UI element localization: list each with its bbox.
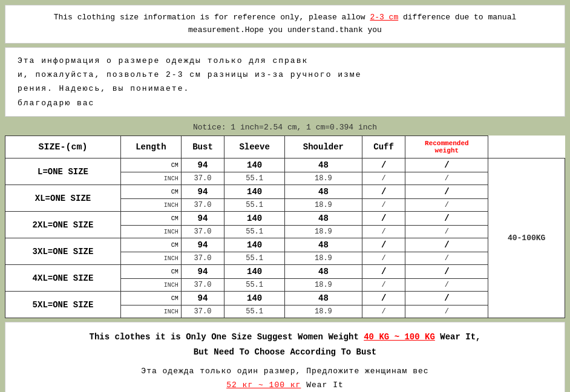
l-cm-cuff: / bbox=[405, 158, 488, 172]
2xl-inch-cuff: / bbox=[405, 226, 488, 238]
3xl-cm-sleeve: 48 bbox=[284, 238, 362, 252]
size-label-3xl: 3XL=ONE SIZE bbox=[5, 238, 121, 265]
3xl-cm-bust: 140 bbox=[224, 238, 285, 252]
size-label-xl: XL=ONE SIZE bbox=[5, 185, 121, 212]
2xl-cm-sleeve: 48 bbox=[284, 212, 362, 226]
5xl-inch-cuff: / bbox=[405, 305, 488, 318]
unit-cm: CM bbox=[121, 292, 182, 305]
xl-inch-length: 37.0 bbox=[181, 199, 224, 212]
2xl-inch-shoulder: / bbox=[362, 226, 405, 238]
3xl-inch-bust: 55.1 bbox=[224, 252, 285, 265]
4xl-cm-cuff: / bbox=[405, 265, 488, 279]
info-link: 2-3 cm bbox=[370, 13, 398, 22]
l-inch-shoulder: / bbox=[362, 172, 405, 185]
l-cm-shoulder: / bbox=[362, 158, 405, 172]
unit-inch: INCH bbox=[121, 199, 182, 212]
col-shoulder: Shoulder bbox=[284, 136, 362, 158]
footer-text-2: Wear It, bbox=[435, 332, 481, 342]
unit-cm: CM bbox=[121, 238, 182, 252]
5xl-cm-shoulder: / bbox=[362, 292, 405, 305]
l-inch-cuff: / bbox=[405, 172, 488, 185]
4xl-inch-sleeve: 18.9 bbox=[284, 279, 362, 292]
col-bust: Bust bbox=[181, 136, 224, 158]
l-cm-bust: 140 bbox=[224, 158, 285, 172]
bottom-box: This clothes it is Only One Size Suggest… bbox=[5, 322, 565, 392]
4xl-cm-sleeve: 48 bbox=[284, 265, 362, 279]
unit-inch: INCH bbox=[121, 252, 182, 265]
footer-russian-link: 52 кг ~ 100 кг bbox=[226, 381, 301, 390]
4xl-cm-length: 94 bbox=[181, 265, 224, 279]
2xl-inch-sleeve: 18.9 bbox=[284, 226, 362, 238]
3xl-inch-shoulder: / bbox=[362, 252, 405, 265]
table-row: 2XL=ONE SIZE CM 94 140 48 / / bbox=[5, 212, 565, 226]
footer-russian-line2: Wear It bbox=[301, 381, 343, 390]
2xl-cm-cuff: / bbox=[405, 212, 488, 226]
notice-text: Notice: 1 inch=2.54 cm, 1 cm=0.394 inch bbox=[193, 123, 377, 132]
table-row: 3XL=ONE SIZE CM 94 140 48 / / bbox=[5, 238, 565, 252]
2xl-cm-length: 94 bbox=[181, 212, 224, 226]
l-inch-length: 37.0 bbox=[181, 172, 224, 185]
5xl-cm-bust: 140 bbox=[224, 292, 285, 305]
5xl-inch-length: 37.0 bbox=[181, 305, 224, 318]
col-length: Length bbox=[121, 136, 182, 158]
5xl-inch-shoulder: / bbox=[362, 305, 405, 318]
notice-bar: Notice: 1 inch=2.54 cm, 1 cm=0.394 inch bbox=[5, 120, 565, 134]
unit-cm: CM bbox=[121, 185, 182, 199]
l-inch-bust: 55.1 bbox=[224, 172, 285, 185]
recommended-weight: 40-100KG bbox=[488, 158, 565, 318]
col-size: SIZE-(cm) bbox=[5, 136, 121, 158]
info-box: This clothing size information is for re… bbox=[5, 5, 565, 44]
l-cm-length: 94 bbox=[181, 158, 224, 172]
size-table: SIZE-(cm) Length Bust Sleeve Shoulder Cu… bbox=[5, 136, 565, 318]
footer-text-3: But Need To Choose According To Bust bbox=[194, 347, 376, 357]
col-sleeve: Sleeve bbox=[224, 136, 285, 158]
xl-cm-shoulder: / bbox=[362, 185, 405, 199]
footer-main-text: This clothes it is Only One Size Suggest… bbox=[18, 330, 552, 360]
xl-cm-sleeve: 48 bbox=[284, 185, 362, 199]
unit-cm: CM bbox=[121, 158, 182, 172]
3xl-inch-length: 37.0 bbox=[181, 252, 224, 265]
footer-weight-range: 40 KG ~ 100 KG bbox=[364, 332, 435, 342]
footer-text-1: This clothes it is Only One Size Suggest… bbox=[90, 332, 364, 342]
xl-inch-sleeve: 18.9 bbox=[284, 199, 362, 212]
size-label-5xl: 5XL=ONE SIZE bbox=[5, 292, 121, 318]
3xl-cm-length: 94 bbox=[181, 238, 224, 252]
xl-cm-bust: 140 bbox=[224, 185, 285, 199]
5xl-inch-bust: 55.1 bbox=[224, 305, 285, 318]
size-label-2xl: 2XL=ONE SIZE bbox=[5, 212, 121, 238]
4xl-inch-bust: 55.1 bbox=[224, 279, 285, 292]
4xl-inch-length: 37.0 bbox=[181, 279, 224, 292]
table-row: 4XL=ONE SIZE CM 94 140 48 / / bbox=[5, 265, 565, 279]
4xl-inch-cuff: / bbox=[405, 279, 488, 292]
col-recommended: Recommendedweight bbox=[405, 136, 488, 158]
table-row: 5XL=ONE SIZE CM 94 140 48 / / bbox=[5, 292, 565, 305]
size-label-4xl: 4XL=ONE SIZE bbox=[5, 265, 121, 292]
unit-cm: CM bbox=[121, 265, 182, 279]
xl-inch-shoulder: / bbox=[362, 199, 405, 212]
xl-inch-cuff: / bbox=[405, 199, 488, 212]
5xl-inch-sleeve: 18.9 bbox=[284, 305, 362, 318]
xl-inch-bust: 55.1 bbox=[224, 199, 285, 212]
footer-russian-line1: Эта одежда только один размер, Предложит… bbox=[141, 367, 428, 376]
table-row: L=ONE SIZE CM 94 140 48 / / 40-100KG bbox=[5, 158, 565, 172]
3xl-cm-cuff: / bbox=[405, 238, 488, 252]
footer-russian-text: Эта одежда только один размер, Предложит… bbox=[18, 364, 552, 392]
col-cuff: Cuff bbox=[362, 136, 405, 158]
l-cm-sleeve: 48 bbox=[284, 158, 362, 172]
l-inch-sleeve: 18.9 bbox=[284, 172, 362, 185]
5xl-cm-sleeve: 48 bbox=[284, 292, 362, 305]
unit-cm: CM bbox=[121, 212, 182, 226]
xl-cm-cuff: / bbox=[405, 185, 488, 199]
russian-text: Эта информация о размере одежды только д… bbox=[18, 56, 361, 108]
3xl-inch-cuff: / bbox=[405, 252, 488, 265]
3xl-cm-shoulder: / bbox=[362, 238, 405, 252]
unit-inch: INCH bbox=[121, 305, 182, 318]
xl-cm-length: 94 bbox=[181, 185, 224, 199]
info-text-1: This clothing size information is for re… bbox=[54, 13, 370, 22]
unit-inch: INCH bbox=[121, 172, 182, 185]
4xl-cm-shoulder: / bbox=[362, 265, 405, 279]
2xl-inch-length: 37.0 bbox=[181, 226, 224, 238]
unit-inch: INCH bbox=[121, 226, 182, 238]
2xl-inch-bust: 55.1 bbox=[224, 226, 285, 238]
3xl-inch-sleeve: 18.9 bbox=[284, 252, 362, 265]
